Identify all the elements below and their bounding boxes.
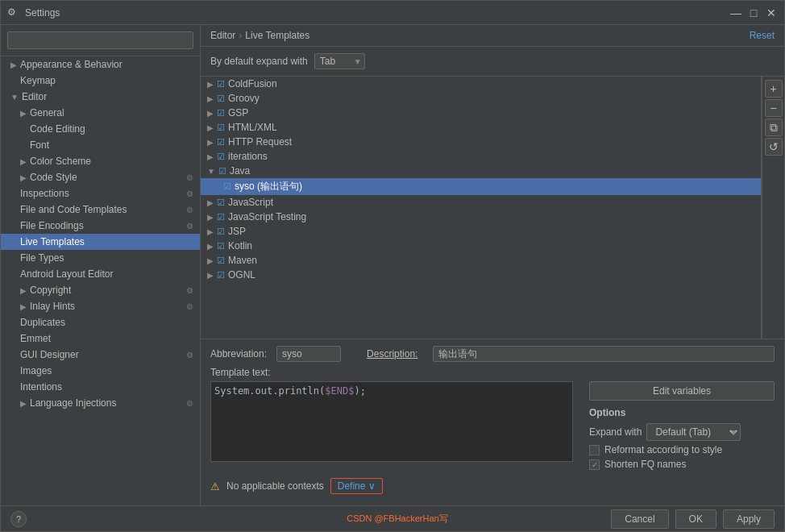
template-group-coldfusion[interactable]: ▶ ☑ ColdFusion [201, 77, 761, 91]
sidebar-item-live-templates[interactable]: Live Templates [1, 234, 200, 250]
checkbox-ognl[interactable]: ☑ [217, 270, 225, 281]
checkbox-java[interactable]: ☑ [218, 166, 226, 177]
checkbox-javascript-testing[interactable]: ☑ [217, 212, 225, 222]
define-button[interactable]: Define ∨ [330, 478, 383, 494]
sidebar-item-inspections[interactable]: Inspections ⚙ [1, 185, 200, 202]
checkbox-javascript[interactable]: ☑ [217, 197, 225, 208]
sidebar-item-editor[interactable]: ▼ Editor [1, 89, 200, 105]
expand-label: By default expand with [210, 56, 308, 67]
badge-icon: ⚙ [186, 399, 193, 408]
checkbox-coldfusion[interactable]: ☑ [217, 79, 225, 89]
expand-with-option-select[interactable]: Default (Tab) Tab Enter [646, 423, 741, 441]
maximize-button[interactable]: □ [747, 6, 760, 19]
arrow-icon: ▶ [20, 173, 27, 182]
sidebar-item-color-scheme[interactable]: ▶ Color Scheme [1, 153, 200, 169]
sidebar-item-code-style[interactable]: ▶ Code Style ⚙ [1, 169, 200, 185]
ok-button[interactable]: OK [675, 509, 716, 529]
checkbox-http-request[interactable]: ☑ [217, 137, 225, 148]
checkbox-groovy[interactable]: ☑ [217, 94, 225, 104]
undo-button[interactable]: ↺ [765, 138, 783, 156]
description-label: Description: [367, 348, 423, 360]
abbreviation-input[interactable] [276, 346, 341, 362]
sidebar-item-inlay-hints[interactable]: ▶ Inlay Hints ⚙ [1, 298, 200, 314]
watermark-text: CSDN @FBHackerHan写 [347, 513, 447, 525]
breadcrumb-child: Live Templates [245, 30, 309, 41]
template-group-jsp[interactable]: ▶ ☑ JSP [201, 224, 761, 239]
window-controls: — □ ✕ [729, 6, 778, 19]
sidebar-item-emmet[interactable]: Emmet [1, 330, 200, 347]
editor-section: Abbreviation: Description: Template text… [201, 339, 784, 505]
sidebar-item-file-code-templates[interactable]: File and Code Templates ⚙ [1, 202, 200, 218]
reset-link[interactable]: Reset [750, 30, 775, 41]
sidebar-item-keymap[interactable]: Keymap [1, 73, 200, 89]
search-input[interactable] [7, 31, 193, 49]
checkbox-jsp[interactable]: ☑ [217, 227, 225, 237]
arrow-icon: ▶ [207, 138, 214, 147]
template-code-display: System.out.println($END$); [210, 381, 573, 462]
badge-icon: ⚙ [186, 351, 193, 360]
template-group-iterations[interactable]: ▶ ☑ iterations [201, 149, 761, 164]
template-group-javascript[interactable]: ▶ ☑ JavaScript [201, 195, 761, 210]
sidebar-item-appearance[interactable]: ▶ Appearance & Behavior [1, 56, 200, 73]
checkbox-gsp[interactable]: ☑ [217, 108, 225, 118]
sidebar-item-general[interactable]: ▶ General [1, 105, 200, 121]
sidebar-item-android-layout-editor[interactable]: Android Layout Editor [1, 266, 200, 282]
templates-list: ▶ ☑ ColdFusion ▶ ☑ Groovy ▶ [201, 77, 762, 339]
checkbox-html-xml[interactable]: ☑ [217, 123, 225, 133]
arrow-icon: ▶ [207, 80, 214, 89]
template-group-java[interactable]: ▼ ☑ Java [201, 164, 761, 178]
checkbox-kotlin[interactable]: ☑ [217, 241, 225, 251]
sidebar-item-file-types[interactable]: File Types [1, 250, 200, 266]
copy-template-button[interactable]: ⧉ [765, 118, 783, 136]
reformat-checkbox[interactable] [589, 445, 600, 455]
sidebar-item-code-editing[interactable]: Code Editing [1, 121, 200, 137]
arrow-icon: ▼ [207, 167, 215, 176]
templates-toolbar: + − ⧉ ↺ [762, 77, 784, 339]
template-group-javascript-testing[interactable]: ▶ ☑ JavaScript Testing [201, 210, 761, 224]
help-button[interactable]: ? [10, 511, 27, 527]
template-group-ognl[interactable]: ▶ ☑ OGNL [201, 268, 761, 282]
close-button[interactable]: ✕ [765, 6, 778, 19]
edit-variables-button[interactable]: Edit variables [589, 381, 775, 401]
sidebar-item-intentions[interactable]: Intentions [1, 379, 200, 395]
arrow-icon: ▶ [20, 286, 27, 295]
template-group-html-xml[interactable]: ▶ ☑ HTML/XML [201, 120, 761, 135]
shorten-fq-checkbox[interactable] [589, 459, 600, 470]
template-group-groovy[interactable]: ▶ ☑ Groovy [201, 91, 761, 106]
arrow-icon: ▶ [207, 256, 214, 265]
sidebar-item-font[interactable]: Font [1, 137, 200, 153]
sidebar-item-file-encodings[interactable]: File Encodings ⚙ [1, 218, 200, 234]
description-input[interactable] [433, 346, 775, 362]
cancel-button[interactable]: Cancel [611, 509, 668, 529]
template-group-gsp[interactable]: ▶ ☑ GSP [201, 106, 761, 120]
arrow-icon: ▶ [207, 227, 214, 236]
warning-icon: ⚠ [210, 480, 220, 493]
sidebar-item-copyright[interactable]: ▶ Copyright ⚙ [1, 282, 200, 298]
shorten-fq-row: Shorten FQ names [589, 459, 775, 470]
templates-panel: ▶ ☑ ColdFusion ▶ ☑ Groovy ▶ [201, 77, 784, 339]
sidebar-item-gui-designer[interactable]: GUI Designer ⚙ [1, 347, 200, 363]
main-content: 🔍 ▶ Appearance & Behavior Keymap ▼ Edito… [1, 25, 784, 505]
checkbox-maven[interactable]: ☑ [217, 256, 225, 266]
abbreviation-row: Abbreviation: Description: [210, 346, 775, 362]
add-template-button[interactable]: + [765, 80, 783, 98]
checkbox-syso[interactable]: ☑ [223, 181, 231, 192]
checkbox-iterations[interactable]: ☑ [217, 152, 225, 162]
expand-with-select[interactable]: Tab Enter Space [314, 53, 365, 69]
minimize-button[interactable]: — [729, 6, 742, 19]
remove-template-button[interactable]: − [765, 99, 783, 117]
sidebar-item-language-injections[interactable]: ▶ Language Injections ⚙ [1, 395, 200, 411]
sidebar-item-duplicates[interactable]: Duplicates [1, 314, 200, 330]
badge-icon: ⚙ [186, 206, 193, 214]
sidebar-item-images[interactable]: Images [1, 363, 200, 379]
arrow-icon: ▶ [207, 242, 214, 251]
abbreviation-label: Abbreviation: [210, 348, 267, 360]
template-group-http-request[interactable]: ▶ ☑ HTTP Request [201, 135, 761, 149]
badge-icon: ⚙ [186, 222, 193, 231]
breadcrumb-sep: › [239, 30, 242, 41]
apply-button[interactable]: Apply [723, 509, 775, 529]
template-item-syso[interactable]: ☑ syso (输出语句) [201, 178, 761, 195]
template-group-maven[interactable]: ▶ ☑ Maven [201, 253, 761, 268]
template-group-kotlin[interactable]: ▶ ☑ Kotlin [201, 239, 761, 253]
settings-window: ⚙ Settings — □ ✕ 🔍 ▶ Appearance & Behavi… [0, 0, 785, 532]
